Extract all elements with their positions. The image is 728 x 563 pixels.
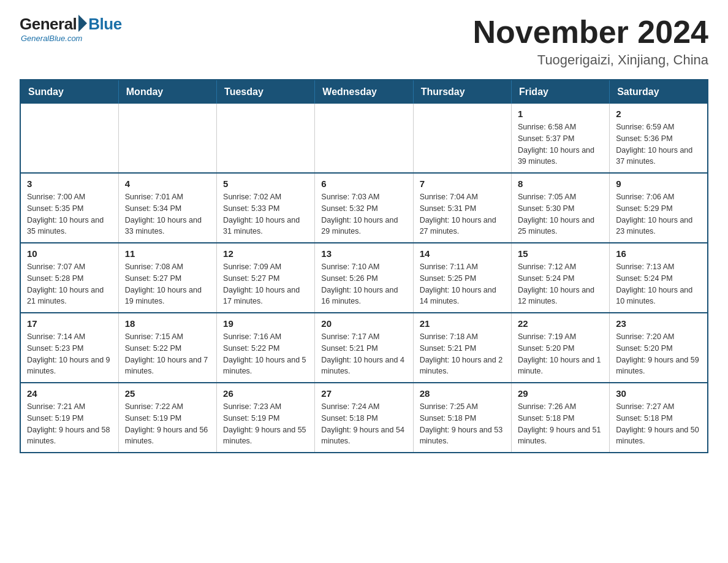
- day-info: Sunrise: 7:11 AMSunset: 5:25 PMDaylight:…: [420, 261, 505, 307]
- calendar-cell: 24Sunrise: 7:21 AMSunset: 5:19 PMDayligh…: [20, 383, 118, 453]
- day-number: 23: [616, 318, 701, 329]
- calendar-cell: 1Sunrise: 6:58 AMSunset: 5:37 PMDaylight…: [511, 104, 609, 173]
- calendar-cell: 3Sunrise: 7:00 AMSunset: 5:35 PMDaylight…: [20, 173, 118, 243]
- calendar-cell: 29Sunrise: 7:26 AMSunset: 5:18 PMDayligh…: [511, 383, 609, 453]
- calendar-week-row: 17Sunrise: 7:14 AMSunset: 5:23 PMDayligh…: [20, 313, 708, 383]
- calendar-cell: 8Sunrise: 7:05 AMSunset: 5:30 PMDaylight…: [511, 173, 609, 243]
- calendar-week-row: 24Sunrise: 7:21 AMSunset: 5:19 PMDayligh…: [20, 383, 708, 453]
- calendar-title: November 2024: [473, 15, 708, 50]
- day-info: Sunrise: 7:05 AMSunset: 5:30 PMDaylight:…: [518, 191, 603, 237]
- day-number: 13: [321, 248, 406, 259]
- calendar-cell: 15Sunrise: 7:12 AMSunset: 5:24 PMDayligh…: [511, 243, 609, 313]
- weekday-header-tuesday: Tuesday: [217, 80, 315, 104]
- calendar-cell: 14Sunrise: 7:11 AMSunset: 5:25 PMDayligh…: [413, 243, 511, 313]
- calendar-cell: 13Sunrise: 7:10 AMSunset: 5:26 PMDayligh…: [315, 243, 413, 313]
- day-info: Sunrise: 7:04 AMSunset: 5:31 PMDaylight:…: [420, 191, 505, 237]
- calendar-cell: 21Sunrise: 7:18 AMSunset: 5:21 PMDayligh…: [413, 313, 511, 383]
- day-info: Sunrise: 7:23 AMSunset: 5:19 PMDaylight:…: [223, 401, 308, 447]
- day-number: 19: [223, 318, 308, 329]
- calendar-cell: 10Sunrise: 7:07 AMSunset: 5:28 PMDayligh…: [20, 243, 118, 313]
- calendar-cell: 27Sunrise: 7:24 AMSunset: 5:18 PMDayligh…: [315, 383, 413, 453]
- calendar-cell: 6Sunrise: 7:03 AMSunset: 5:32 PMDaylight…: [315, 173, 413, 243]
- calendar-cell: 12Sunrise: 7:09 AMSunset: 5:27 PMDayligh…: [217, 243, 315, 313]
- logo-general-text: General: [20, 15, 77, 34]
- day-info: Sunrise: 7:20 AMSunset: 5:20 PMDaylight:…: [616, 331, 701, 377]
- day-number: 25: [125, 388, 210, 399]
- calendar-cell: [217, 104, 315, 173]
- day-number: 1: [518, 109, 603, 119]
- day-info: Sunrise: 7:10 AMSunset: 5:26 PMDaylight:…: [321, 261, 406, 307]
- calendar-cell: [118, 104, 216, 173]
- calendar-cell: 19Sunrise: 7:16 AMSunset: 5:22 PMDayligh…: [217, 313, 315, 383]
- day-number: 26: [223, 388, 308, 399]
- calendar-cell: 11Sunrise: 7:08 AMSunset: 5:27 PMDayligh…: [118, 243, 216, 313]
- title-block: November 2024 Tuogerigaizi, Xinjiang, Ch…: [473, 15, 708, 68]
- day-info: Sunrise: 6:58 AMSunset: 5:37 PMDaylight:…: [518, 121, 603, 167]
- calendar-week-row: 10Sunrise: 7:07 AMSunset: 5:28 PMDayligh…: [20, 243, 708, 313]
- calendar-cell: 20Sunrise: 7:17 AMSunset: 5:21 PMDayligh…: [315, 313, 413, 383]
- day-number: 8: [518, 178, 603, 189]
- day-info: Sunrise: 7:27 AMSunset: 5:18 PMDaylight:…: [616, 401, 701, 447]
- day-info: Sunrise: 7:14 AMSunset: 5:23 PMDaylight:…: [27, 331, 112, 377]
- day-number: 20: [321, 318, 406, 329]
- day-info: Sunrise: 7:16 AMSunset: 5:22 PMDaylight:…: [223, 331, 308, 377]
- day-number: 5: [223, 178, 308, 189]
- day-number: 21: [420, 318, 505, 329]
- day-info: Sunrise: 7:19 AMSunset: 5:20 PMDaylight:…: [518, 331, 603, 377]
- weekday-header-sunday: Sunday: [20, 80, 118, 104]
- page-header: General Blue GeneralBlue.com November 20…: [20, 15, 708, 68]
- calendar-cell: 5Sunrise: 7:02 AMSunset: 5:33 PMDaylight…: [217, 173, 315, 243]
- day-number: 2: [616, 109, 701, 119]
- calendar-cell: 30Sunrise: 7:27 AMSunset: 5:18 PMDayligh…: [610, 383, 708, 453]
- day-info: Sunrise: 7:09 AMSunset: 5:27 PMDaylight:…: [223, 261, 308, 307]
- weekday-header-monday: Monday: [118, 80, 216, 104]
- day-number: 28: [420, 388, 505, 399]
- calendar-cell: [315, 104, 413, 173]
- day-number: 27: [321, 388, 406, 399]
- day-info: Sunrise: 7:24 AMSunset: 5:18 PMDaylight:…: [321, 401, 406, 447]
- weekday-header-wednesday: Wednesday: [315, 80, 413, 104]
- day-info: Sunrise: 7:13 AMSunset: 5:24 PMDaylight:…: [616, 261, 701, 307]
- day-info: Sunrise: 6:59 AMSunset: 5:36 PMDaylight:…: [616, 121, 701, 167]
- day-number: 14: [420, 248, 505, 259]
- day-number: 12: [223, 248, 308, 259]
- weekday-header-friday: Friday: [511, 80, 609, 104]
- day-number: 15: [518, 248, 603, 259]
- day-info: Sunrise: 7:01 AMSunset: 5:34 PMDaylight:…: [125, 191, 210, 237]
- day-number: 29: [518, 388, 603, 399]
- weekday-header-row: SundayMondayTuesdayWednesdayThursdayFrid…: [20, 80, 708, 104]
- day-number: 22: [518, 318, 603, 329]
- logo-subtitle: GeneralBlue.com: [21, 34, 82, 43]
- calendar-cell: 17Sunrise: 7:14 AMSunset: 5:23 PMDayligh…: [20, 313, 118, 383]
- day-number: 24: [27, 388, 112, 399]
- calendar-cell: 28Sunrise: 7:25 AMSunset: 5:18 PMDayligh…: [413, 383, 511, 453]
- calendar-cell: 26Sunrise: 7:23 AMSunset: 5:19 PMDayligh…: [217, 383, 315, 453]
- day-number: 4: [125, 178, 210, 189]
- calendar-cell: 9Sunrise: 7:06 AMSunset: 5:29 PMDaylight…: [610, 173, 708, 243]
- calendar-cell: 2Sunrise: 6:59 AMSunset: 5:36 PMDaylight…: [610, 104, 708, 173]
- logo-blue-text: Blue: [88, 15, 121, 34]
- calendar-week-row: 3Sunrise: 7:00 AMSunset: 5:35 PMDaylight…: [20, 173, 708, 243]
- calendar-cell: 18Sunrise: 7:15 AMSunset: 5:22 PMDayligh…: [118, 313, 216, 383]
- day-info: Sunrise: 7:25 AMSunset: 5:18 PMDaylight:…: [420, 401, 505, 447]
- day-number: 16: [616, 248, 701, 259]
- calendar-cell: 22Sunrise: 7:19 AMSunset: 5:20 PMDayligh…: [511, 313, 609, 383]
- day-number: 10: [27, 248, 112, 259]
- day-number: 18: [125, 318, 210, 329]
- day-number: 9: [616, 178, 701, 189]
- day-info: Sunrise: 7:15 AMSunset: 5:22 PMDaylight:…: [125, 331, 210, 377]
- day-number: 30: [616, 388, 701, 399]
- day-info: Sunrise: 7:22 AMSunset: 5:19 PMDaylight:…: [125, 401, 210, 447]
- day-info: Sunrise: 7:12 AMSunset: 5:24 PMDaylight:…: [518, 261, 603, 307]
- calendar-cell: 16Sunrise: 7:13 AMSunset: 5:24 PMDayligh…: [610, 243, 708, 313]
- day-info: Sunrise: 7:00 AMSunset: 5:35 PMDaylight:…: [27, 191, 112, 237]
- day-info: Sunrise: 7:21 AMSunset: 5:19 PMDaylight:…: [27, 401, 112, 447]
- day-info: Sunrise: 7:06 AMSunset: 5:29 PMDaylight:…: [616, 191, 701, 237]
- day-info: Sunrise: 7:08 AMSunset: 5:27 PMDaylight:…: [125, 261, 210, 307]
- calendar-cell: 7Sunrise: 7:04 AMSunset: 5:31 PMDaylight…: [413, 173, 511, 243]
- calendar-cell: [413, 104, 511, 173]
- day-info: Sunrise: 7:07 AMSunset: 5:28 PMDaylight:…: [27, 261, 112, 307]
- day-info: Sunrise: 7:26 AMSunset: 5:18 PMDaylight:…: [518, 401, 603, 447]
- day-number: 17: [27, 318, 112, 329]
- calendar-table: SundayMondayTuesdayWednesdayThursdayFrid…: [20, 79, 708, 453]
